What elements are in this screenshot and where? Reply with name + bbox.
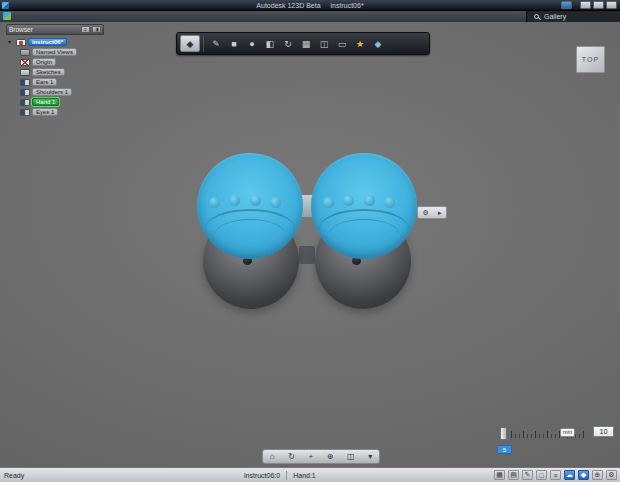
tree-item-hand[interactable]: Hand 1: [6, 97, 104, 107]
status-separator: [286, 471, 287, 480]
zoom-icon[interactable]: ⊕: [327, 452, 334, 461]
annotate-icon[interactable]: ✎: [522, 470, 533, 480]
document-status: instruct06:0 Hand:1: [244, 471, 316, 480]
tree-item-named-views[interactable]: Named Views: [6, 47, 104, 57]
extrude-tool-icon[interactable]: ◧: [261, 35, 279, 53]
expander-icon[interactable]: ▾: [8, 39, 14, 45]
unit-badge: mm: [560, 428, 575, 437]
solid-body-icon: [20, 79, 30, 86]
tree-item-label: Origin: [32, 58, 56, 66]
solid-body-icon: [20, 109, 30, 116]
window-controls: [561, 1, 617, 9]
selected-face-right[interactable]: [311, 153, 417, 259]
revolve-tool-icon[interactable]: ↻: [279, 35, 297, 53]
app-window: Autodesk 123D Beta instruct06* Gallery B…: [0, 0, 620, 482]
browser-title: Browser: [9, 25, 79, 34]
statusbar-icons: ▦ ▤ ✎ □ ≡ ☁ ◆ ⊕ ⚙: [494, 470, 617, 480]
face-bump: [384, 197, 395, 208]
view-cube[interactable]: TOP: [576, 46, 605, 73]
chevron-down-icon[interactable]: ▾: [368, 452, 372, 461]
gallery-button[interactable]: Gallery: [526, 11, 620, 22]
grid-value-input[interactable]: 5: [497, 445, 512, 454]
tree-item-label: Ears 1: [32, 78, 57, 86]
model-tree: ▾ instruct06* Named Views Origin Sketche…: [6, 35, 104, 117]
chevron-right-icon[interactable]: ▸: [438, 209, 442, 216]
face-contour: [215, 219, 285, 249]
gear-icon[interactable]: ⚙: [423, 209, 429, 216]
tree-item-origin[interactable]: Origin: [6, 57, 104, 67]
tree-item-sketches[interactable]: Sketches: [6, 67, 104, 77]
sketch-tool-icon[interactable]: ✎: [207, 35, 225, 53]
sketch-icon: [20, 69, 30, 76]
document-icon: [16, 39, 26, 46]
scale-slider-handle[interactable]: [500, 427, 507, 440]
doc-ref-label: instruct06:0: [244, 472, 280, 479]
scale-value-input[interactable]: 10: [593, 426, 614, 437]
model-neck[interactable]: [299, 246, 315, 264]
ready-status: Ready: [4, 472, 24, 479]
menu-cube-icon: ◆: [187, 39, 194, 49]
orbit-icon[interactable]: ↻: [288, 452, 295, 461]
browser-panel: Browser ≡ ◨ ▾ instruct06* Named Views Or…: [6, 24, 104, 117]
pan-icon[interactable]: +: [308, 452, 313, 461]
tree-item-root[interactable]: ▾ instruct06*: [6, 37, 104, 47]
face-contour: [329, 219, 399, 249]
tree-item-shoulders[interactable]: Shoulders 1: [6, 87, 104, 97]
tree-item-ears[interactable]: Ears 1: [6, 77, 104, 87]
document-title: instruct06*: [331, 2, 364, 9]
gallery-label: Gallery: [544, 13, 566, 20]
selected-face-left[interactable]: [197, 153, 303, 259]
face-bump: [270, 197, 281, 208]
titlebar: Autodesk 123D Beta instruct06*: [0, 0, 620, 11]
menu-cube-button[interactable]: ◆: [180, 35, 200, 52]
3d-viewport[interactable]: Browser ≡ ◨ ▾ instruct06* Named Views Or…: [0, 22, 620, 467]
face-bump: [343, 195, 354, 206]
toolbar-separator: [203, 36, 204, 52]
statusbar: Ready instruct06:0 Hand:1 ▦ ▤ ✎ □ ≡ ☁ ◆ …: [0, 467, 620, 482]
layers-toggle-icon[interactable]: ▤: [508, 470, 519, 480]
help-button[interactable]: [561, 1, 572, 9]
browser-collapse-button[interactable]: ◨: [92, 26, 101, 33]
topbar: Gallery: [0, 11, 620, 22]
cloud-sync-icon[interactable]: ☁: [564, 470, 575, 480]
combine-tool-icon[interactable]: ◫: [315, 35, 333, 53]
tree-item-eyes[interactable]: Eyes 1: [6, 107, 104, 117]
settings-gear-icon[interactable]: ⚙: [606, 470, 617, 480]
selection-mini-toolbar: ⚙ ▸: [417, 206, 447, 219]
origin-icon: [20, 59, 30, 66]
face-bump: [250, 195, 261, 206]
face-bump: [209, 197, 220, 208]
tree-item-label: Eyes 1: [32, 108, 58, 116]
face-bump: [323, 197, 334, 208]
split-tool-icon[interactable]: ▭: [333, 35, 351, 53]
grid-toggle-icon[interactable]: ▦: [494, 470, 505, 480]
effects-tool-icon[interactable]: ◆: [369, 35, 387, 53]
view-cube-face-label: TOP: [582, 56, 599, 63]
zoom-status-icon[interactable]: ⊕: [592, 470, 603, 480]
snap-toggle-icon[interactable]: □: [536, 470, 547, 480]
box-primitive-tool-icon[interactable]: ■: [225, 35, 243, 53]
solid-body-icon: [20, 99, 30, 106]
minimize-button[interactable]: [580, 1, 591, 9]
material-tool-icon[interactable]: ★: [351, 35, 369, 53]
home-view-icon[interactable]: ⌂: [270, 452, 275, 461]
pattern-tool-icon[interactable]: ▦: [297, 35, 315, 53]
browser-options-button[interactable]: ≡: [81, 26, 90, 33]
close-button[interactable]: [606, 1, 617, 9]
tree-item-label: Hand 1: [32, 98, 59, 106]
sphere-primitive-tool-icon[interactable]: ●: [243, 35, 261, 53]
app-title: Autodesk 123D Beta: [256, 2, 320, 9]
tree-item-label: Named Views: [32, 48, 77, 56]
scale-ruler: mm 10 5: [494, 423, 616, 459]
share-icon[interactable]: ◆: [578, 470, 589, 480]
view-modes-icon[interactable]: ◫: [347, 452, 355, 461]
face-bump: [229, 195, 240, 206]
solid-body-icon: [20, 89, 30, 96]
app-logo-icon[interactable]: [3, 12, 11, 20]
navigation-toolbar: ⌂ ↻ + ⊕ ◫ ▾: [262, 449, 380, 464]
face-bump: [364, 195, 375, 206]
named-views-icon: [20, 49, 30, 56]
maximize-button[interactable]: [593, 1, 604, 9]
list-view-icon[interactable]: ≡: [550, 470, 561, 480]
tree-item-label: Sketches: [32, 68, 65, 76]
